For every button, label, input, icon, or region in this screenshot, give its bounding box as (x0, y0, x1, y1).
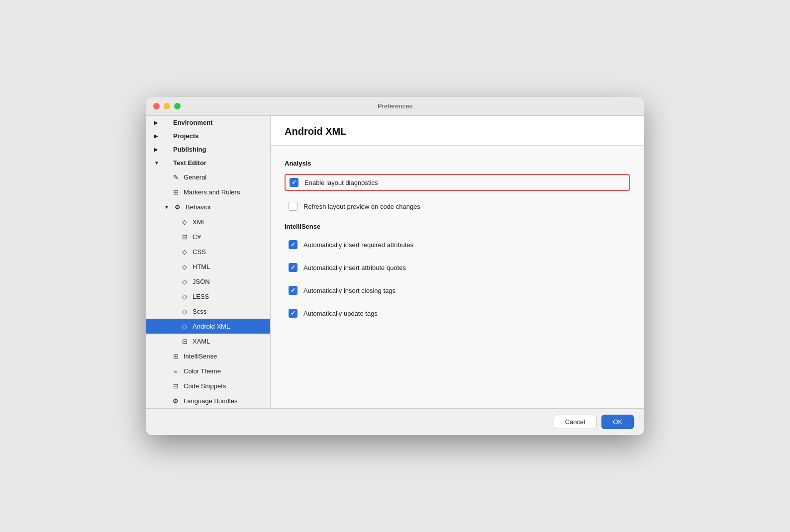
checkbox-label-auto-insert-required: Automatically insert required attributes (303, 241, 413, 249)
checkbox-label-auto-insert-quotes: Automatically insert attribute quotes (303, 264, 406, 271)
item-icon: ◇ (180, 262, 189, 271)
sidebar-item-label: Text Editor (173, 159, 206, 167)
section-analysis: AnalysisEnable layout diagnosticsRefresh… (285, 160, 630, 214)
item-icon: ⊟ (180, 337, 189, 346)
sidebar-item-label: CSS (193, 248, 206, 256)
checkbox-refresh-layout-preview[interactable] (289, 202, 297, 211)
section-title-intellisense: IntelliSense (285, 223, 630, 230)
checkbox-row-refresh-layout-preview: Refresh layout preview on code changes (285, 199, 630, 214)
item-icon: ⊞ (171, 187, 180, 196)
sidebar-item-projects[interactable]: ▶Projects (146, 129, 270, 143)
sidebar-item-csharp[interactable]: ⊟C# (146, 229, 270, 244)
sidebar-item-label: Color Theme (184, 367, 221, 375)
sidebar-item-json[interactable]: ◇JSON (146, 274, 270, 289)
item-icon: ◇ (180, 217, 189, 226)
sidebar-item-label: General (184, 174, 206, 181)
sidebar-item-label: Environment (173, 119, 212, 126)
main-content: ▶Environment▶Projects▶Publishing▼Text Ed… (146, 116, 644, 408)
footer: Cancel OK (146, 408, 644, 435)
checkbox-label-auto-update-tags: Automatically update tags (303, 310, 378, 317)
titlebar: Preferences (146, 97, 644, 116)
sidebar-item-label: IntelliSense (184, 353, 217, 360)
sidebar-item-label: Markers and Rulers (184, 188, 240, 196)
sidebar-item-code-snippets[interactable]: ⊟Code Snippets (146, 378, 270, 393)
window-controls (153, 103, 181, 109)
window-title: Preferences (378, 102, 412, 110)
sidebar-item-behavior[interactable]: ▼⚙Behavior (146, 199, 270, 214)
arrow-icon: ▶ (154, 133, 161, 139)
maximize-button[interactable] (174, 103, 181, 109)
item-icon: ◇ (180, 307, 189, 316)
checkbox-auto-insert-quotes[interactable] (289, 263, 297, 272)
item-icon: ⊟ (180, 232, 189, 241)
sidebar-item-label: XAML (193, 338, 210, 345)
item-icon: ⚙ (171, 396, 180, 405)
sidebar-item-label: Language Bundles (184, 397, 237, 405)
checkbox-label-refresh-layout-preview: Refresh layout preview on code changes (303, 203, 420, 210)
sidebar-item-language-bundles[interactable]: ⚙Language Bundles (146, 393, 270, 408)
checkbox-auto-insert-closing[interactable] (289, 286, 297, 295)
preferences-window: Preferences ▶Environment▶Projects▶Publis… (146, 97, 644, 435)
sidebar-item-label: Projects (173, 132, 198, 140)
sidebar-item-android-xml[interactable]: ◇Android XML (146, 319, 270, 334)
content-panel: Android XML AnalysisEnable layout diagno… (271, 116, 644, 408)
checkbox-row-enable-layout-diagnostics: Enable layout diagnostics (285, 174, 630, 191)
item-icon: ⚙ (173, 202, 182, 211)
close-button[interactable] (153, 103, 160, 109)
sidebar-item-label: Code Snippets (184, 382, 226, 390)
sidebar-item-html[interactable]: ◇HTML (146, 259, 270, 274)
section-title-analysis: Analysis (285, 160, 630, 167)
item-icon: ≡ (171, 366, 180, 375)
cancel-button[interactable]: Cancel (554, 415, 596, 429)
arrow-icon: ▶ (154, 120, 161, 125)
sidebar-item-scss[interactable]: ◇Scss (146, 304, 270, 319)
sidebar-item-xaml[interactable]: ⊟XAML (146, 334, 270, 349)
checkbox-label-enable-layout-diagnostics: Enable layout diagnostics (304, 179, 378, 186)
sidebar-item-label: Behavior (186, 203, 211, 211)
sidebar-item-xml[interactable]: ◇XML (146, 214, 270, 229)
item-icon: ⊟ (171, 381, 180, 390)
page-title: Android XML (285, 126, 630, 137)
arrow-icon: ▶ (154, 147, 161, 152)
checkbox-label-auto-insert-closing: Automatically insert closing tags (303, 287, 395, 294)
checkbox-auto-insert-required[interactable] (289, 240, 297, 249)
item-icon: ⊞ (171, 352, 180, 360)
sidebar-item-label: JSON (193, 278, 210, 285)
sidebar-item-css[interactable]: ◇CSS (146, 244, 270, 259)
item-icon: ✎ (171, 173, 180, 181)
sidebar-item-label: HTML (193, 263, 210, 270)
checkbox-row-auto-insert-quotes: Automatically insert attribute quotes (285, 260, 630, 275)
sidebar-item-intellisense[interactable]: ⊞IntelliSense (146, 349, 270, 363)
sidebar-item-less[interactable]: ◇LESS (146, 289, 270, 304)
sidebar-item-markers-rulers[interactable]: ⊞Markers and Rulers (146, 184, 270, 199)
section-intellisense: IntelliSenseAutomatically insert require… (285, 223, 630, 321)
sidebar-item-color-theme[interactable]: ≡Color Theme (146, 363, 270, 378)
sidebar-item-text-editor[interactable]: ▼Text Editor (146, 156, 270, 170)
checkbox-row-auto-insert-closing: Automatically insert closing tags (285, 283, 630, 298)
content-body: AnalysisEnable layout diagnosticsRefresh… (271, 146, 644, 408)
minimize-button[interactable] (164, 103, 170, 109)
item-icon: ◇ (180, 322, 189, 331)
sidebar-item-general[interactable]: ✎General (146, 170, 270, 184)
item-icon: ◇ (180, 247, 189, 256)
sidebar-item-label: XML (193, 218, 206, 226)
sidebar-item-label: Scss (193, 308, 206, 315)
sidebar-item-label: LESS (193, 293, 209, 300)
sidebar-item-publishing[interactable]: ▶Publishing (146, 143, 270, 156)
checkbox-enable-layout-diagnostics[interactable] (290, 178, 298, 187)
sidebar-item-label: Publishing (173, 146, 206, 153)
arrow-icon: ▼ (164, 204, 171, 210)
checkbox-row-auto-insert-required: Automatically insert required attributes (285, 237, 630, 252)
sidebar-item-label: C# (193, 233, 201, 241)
checkbox-auto-update-tags[interactable] (289, 309, 297, 318)
sidebar-item-environment[interactable]: ▶Environment (146, 116, 270, 129)
content-header: Android XML (271, 116, 644, 146)
ok-button[interactable]: OK (601, 415, 634, 429)
sidebar-item-label: Android XML (193, 323, 230, 330)
arrow-icon: ▼ (154, 160, 161, 166)
checkbox-row-auto-update-tags: Automatically update tags (285, 306, 630, 321)
item-icon: ◇ (180, 292, 189, 301)
sidebar: ▶Environment▶Projects▶Publishing▼Text Ed… (146, 116, 271, 408)
item-icon: ◇ (180, 277, 189, 286)
